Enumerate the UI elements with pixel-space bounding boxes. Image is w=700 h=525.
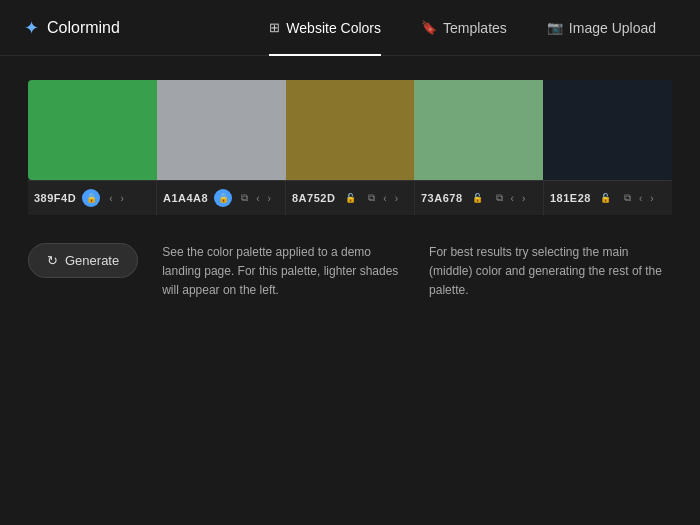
generate-icon: ↻ [47, 253, 58, 268]
color-copy-btn-4[interactable]: ⧉ [493, 191, 506, 205]
nav-label-image-upload: Image Upload [569, 20, 656, 36]
color-labels-row: 389F4D 🔒 ‹ › A1A4A8 🔒 ⧉ ‹ › 8A752D 🔓 ⧉ ‹ [28, 180, 672, 215]
color-copy-btn-5[interactable]: ⧉ [621, 191, 634, 205]
description-right: For best results try selecting the main … [429, 243, 672, 301]
color-hex-4: 73A678 [421, 192, 463, 204]
color-actions-4: ⧉ ‹ › [493, 191, 529, 205]
color-copy-btn-2[interactable]: ⧉ [238, 191, 251, 205]
color-next-btn-5[interactable]: › [647, 192, 656, 205]
swatch-1[interactable] [28, 80, 157, 180]
color-prev-btn-1[interactable]: ‹ [106, 192, 115, 205]
color-actions-3: ⧉ ‹ › [365, 191, 401, 205]
color-prev-btn-2[interactable]: ‹ [253, 192, 262, 205]
color-next-btn-1[interactable]: › [117, 192, 126, 205]
color-actions-1: ‹ › [106, 192, 127, 205]
color-hex-2: A1A4A8 [163, 192, 208, 204]
color-actions-5: ⧉ ‹ › [621, 191, 657, 205]
color-hex-1: 389F4D [34, 192, 76, 204]
color-hex-5: 181E28 [550, 192, 591, 204]
color-label-1: 389F4D 🔒 ‹ › [28, 180, 157, 215]
color-prev-btn-5[interactable]: ‹ [636, 192, 645, 205]
color-label-3: 8A752D 🔓 ⧉ ‹ › [286, 180, 415, 215]
camera-icon: 📷 [547, 20, 563, 35]
main-content: 389F4D 🔒 ‹ › A1A4A8 🔒 ⧉ ‹ › 8A752D 🔓 ⧉ ‹ [0, 56, 700, 325]
swatch-4[interactable] [414, 80, 543, 180]
nav: ⊞ Website Colors 🔖 Templates 📷 Image Upl… [249, 0, 676, 56]
logo-text: Colormind [47, 19, 120, 37]
color-lock-btn-2[interactable]: 🔒 [214, 189, 232, 207]
color-lock-btn-1[interactable]: 🔒 [82, 189, 100, 207]
color-next-btn-4[interactable]: › [519, 192, 528, 205]
color-label-5: 181E28 🔓 ⧉ ‹ › [544, 180, 672, 215]
color-lock-btn-3[interactable]: 🔓 [341, 189, 359, 207]
nav-label-website-colors: Website Colors [286, 20, 381, 36]
nav-item-image-upload[interactable]: 📷 Image Upload [527, 0, 676, 56]
nav-label-templates: Templates [443, 20, 507, 36]
generate-label: Generate [65, 253, 119, 268]
color-next-btn-3[interactable]: › [392, 192, 401, 205]
swatch-5[interactable] [543, 80, 672, 180]
color-lock-btn-4[interactable]: 🔓 [469, 189, 487, 207]
swatch-3[interactable] [286, 80, 415, 180]
color-label-2: A1A4A8 🔒 ⧉ ‹ › [157, 180, 286, 215]
generate-button[interactable]: ↻ Generate [28, 243, 138, 278]
color-lock-btn-5[interactable]: 🔓 [597, 189, 615, 207]
bookmark-icon: 🔖 [421, 20, 437, 35]
color-hex-3: 8A752D [292, 192, 335, 204]
nav-item-templates[interactable]: 🔖 Templates [401, 0, 527, 56]
header: ✦ Colormind ⊞ Website Colors 🔖 Templates… [0, 0, 700, 56]
color-next-btn-2[interactable]: › [265, 192, 274, 205]
nav-item-website-colors[interactable]: ⊞ Website Colors [249, 0, 401, 56]
description-left: See the color palette applied to a demo … [162, 243, 405, 301]
color-copy-btn-3[interactable]: ⧉ [365, 191, 378, 205]
color-prev-btn-4[interactable]: ‹ [508, 192, 517, 205]
bottom-row: ↻ Generate See the color palette applied… [28, 243, 672, 301]
color-actions-2: ⧉ ‹ › [238, 191, 274, 205]
logo: ✦ Colormind [24, 17, 120, 39]
grid-icon: ⊞ [269, 20, 280, 35]
swatch-2[interactable] [157, 80, 286, 180]
color-palette [28, 80, 672, 180]
color-label-4: 73A678 🔓 ⧉ ‹ › [415, 180, 544, 215]
logo-icon: ✦ [24, 17, 39, 39]
color-prev-btn-3[interactable]: ‹ [380, 192, 389, 205]
